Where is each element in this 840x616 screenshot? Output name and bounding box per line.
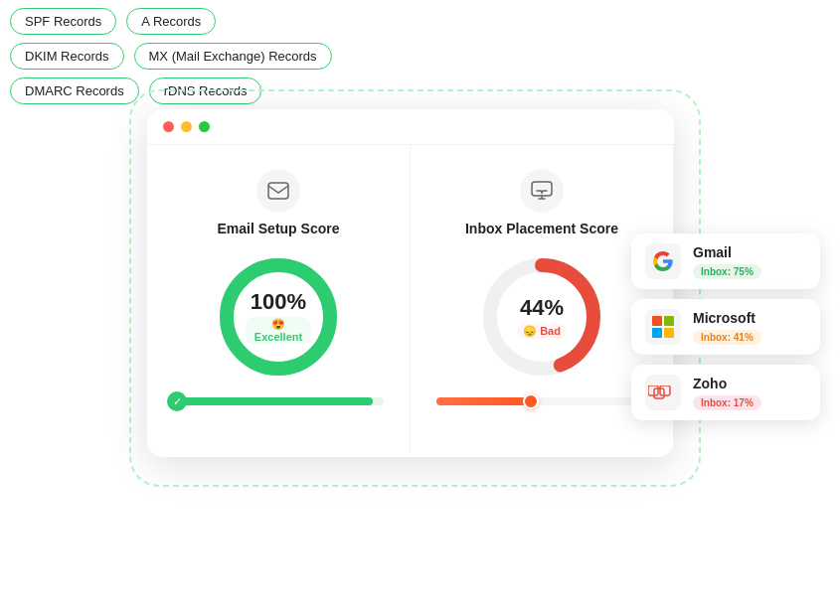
- zoho-info: Zoho Inbox: 17%: [693, 376, 761, 410]
- gmail-card: Gmail Inbox: 75%: [631, 233, 820, 289]
- inbox-progress-fill: [436, 397, 529, 405]
- tag-dmarc: DMARC Records: [10, 77, 139, 104]
- gmail-name: Gmail: [693, 244, 761, 260]
- svg-rect-8: [654, 388, 664, 398]
- svg-rect-0: [268, 183, 288, 199]
- tags-container: SPF Records A Records DKIM Records MX (M…: [0, 0, 477, 112]
- tag-mx: MX (Mail Exchange) Records: [134, 43, 332, 70]
- svg-rect-7: [660, 385, 670, 395]
- inbox-progress-container: [426, 397, 657, 405]
- dot-yellow: [181, 121, 192, 132]
- svg-rect-6: [648, 385, 658, 395]
- inbox-label: 😞 Bad: [517, 324, 567, 339]
- tag-dkim: DKIM Records: [10, 43, 124, 70]
- tag-row-3: DMARC Records rDNS Records: [10, 77, 477, 104]
- email-label: 😍 Excellent: [247, 317, 311, 344]
- tag-spf: SPF Records: [10, 8, 116, 35]
- ms-green: [664, 316, 674, 326]
- microsoft-badge: Inbox: 41%: [693, 330, 761, 345]
- gmail-info: Gmail Inbox: 75%: [693, 244, 761, 279]
- inbox-icon: [520, 169, 564, 213]
- ms-yellow: [664, 328, 674, 338]
- ms-red: [652, 316, 662, 326]
- inbox-progress-dot: [523, 393, 539, 409]
- email-setup-panel: Email Setup Score 100% 😍 Excellent ✓: [147, 145, 411, 453]
- tag-row-2: DKIM Records MX (Mail Exchange) Records: [10, 43, 477, 70]
- tag-row-1: SPF Records A Records: [10, 8, 477, 35]
- inbox-donut-center: 44% 😞 Bad: [517, 295, 567, 339]
- email-donut-center: 100% 😍 Excellent: [247, 289, 311, 345]
- browser-card: Email Setup Score 100% 😍 Excellent ✓: [147, 109, 674, 457]
- zoho-badge: Inbox: 17%: [693, 395, 761, 410]
- ms-blue: [652, 328, 662, 338]
- email-setup-title: Email Setup Score: [218, 221, 340, 236]
- email-progress-container: ✓: [163, 397, 394, 405]
- email-progress-track: ✓: [173, 397, 384, 405]
- microsoft-logo: [645, 309, 681, 345]
- email-percent: 100%: [247, 289, 311, 315]
- gmail-logo: [645, 243, 681, 279]
- dot-red: [163, 121, 174, 132]
- email-progress-fill: [173, 397, 373, 405]
- tag-a: A Records: [126, 8, 216, 35]
- progress-check-icon: ✓: [167, 391, 187, 411]
- gmail-badge: Inbox: 75%: [693, 264, 761, 279]
- dot-green: [199, 121, 210, 132]
- email-icon: [256, 169, 300, 213]
- zoho-logo: [645, 375, 681, 410]
- browser-titlebar: [147, 109, 674, 145]
- zoho-card: Zoho Inbox: 17%: [631, 365, 820, 420]
- zoho-name: Zoho: [693, 376, 761, 391]
- inbox-progress-track: [436, 397, 647, 405]
- tag-rdns: rDNS Records: [149, 77, 262, 104]
- inbox-placement-title: Inbox Placement Score: [465, 221, 618, 236]
- inbox-donut: 44% 😞 Bad: [477, 252, 606, 382]
- microsoft-name: Microsoft: [693, 310, 761, 326]
- microsoft-info: Microsoft Inbox: 41%: [693, 310, 761, 345]
- provider-cards: Gmail Inbox: 75% Microsoft Inbox: 41%: [631, 233, 820, 420]
- email-donut: 100% 😍 Excellent: [214, 252, 343, 382]
- inbox-percent: 44%: [517, 295, 567, 321]
- browser-content: Email Setup Score 100% 😍 Excellent ✓: [147, 145, 674, 453]
- microsoft-card: Microsoft Inbox: 41%: [631, 299, 820, 355]
